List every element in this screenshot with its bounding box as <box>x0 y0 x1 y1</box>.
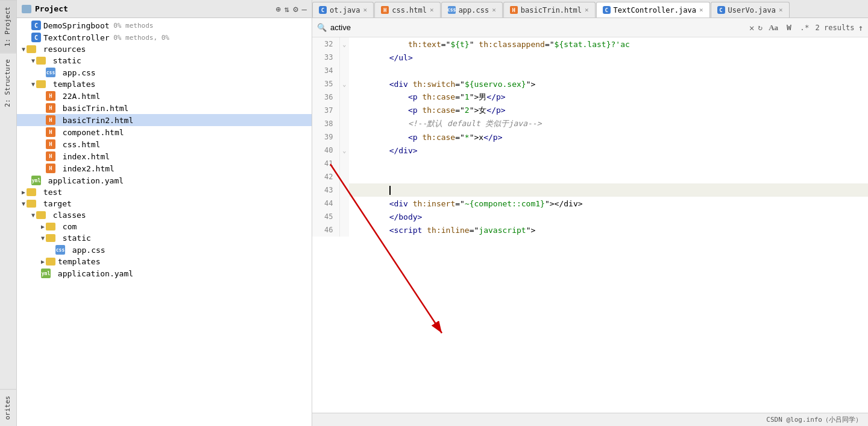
code-line-46: 46 <script th:inline="javascript"> <box>312 223 868 237</box>
tab-basictrin-html[interactable]: H basicTrin.html × <box>503 2 596 17</box>
tree-item-app-css-static[interactable]: css app.css <box>17 66 312 78</box>
tab-icon-basictrin: H <box>510 6 518 14</box>
tree-item-target-templates[interactable]: ▶ templates <box>17 256 312 267</box>
tree-item-demospringboot[interactable]: C DemoSpringboot 0% methods <box>17 19 312 31</box>
editor-panel: C ot.java × H css.html × css app.css × H… <box>312 0 868 426</box>
line-number: 41 <box>312 157 339 170</box>
tree-item-label: com <box>58 222 77 231</box>
tab-close-basictrin[interactable]: × <box>585 6 589 14</box>
project-title: Project <box>35 4 68 13</box>
tree-item-test[interactable]: ▶ test <box>17 186 312 198</box>
tree-item-target[interactable]: ▼ target <box>17 198 312 209</box>
tree-item-com[interactable]: ▶ com <box>17 221 312 232</box>
code-table: 32 ⌄ th:text="${t}" th:classappend="${st… <box>312 37 868 237</box>
line-number: 40 <box>312 144 339 157</box>
toolbar-icons: ⊕ ⇅ ⚙ – <box>275 4 307 14</box>
tree-item-22a-html[interactable]: H 22A.html <box>17 90 312 102</box>
toolbar-sort-icon[interactable]: ⇅ <box>285 4 289 14</box>
fold-indicator[interactable]: ⌄ <box>339 144 349 157</box>
tab-ot-java[interactable]: C ot.java × <box>312 2 374 17</box>
tree-item-label: componet.html <box>58 128 124 137</box>
line-number: 33 <box>312 51 339 64</box>
code-content: <p th:case="1">男</p> <box>349 91 868 104</box>
triangle-down-icon: ▼ <box>31 57 35 64</box>
toolbar-settings-icon[interactable]: ⚙ <box>293 4 298 14</box>
tab-close-ot-java[interactable]: × <box>363 6 368 14</box>
folder-icon <box>27 45 36 53</box>
code-content: <!--默认 default 类似于java--> <box>349 117 868 130</box>
tree-item-basictrin-html[interactable]: H basicTrin.html <box>17 102 312 114</box>
tab-close-uservo[interactable]: × <box>779 6 783 14</box>
fold-indicator <box>339 210 349 223</box>
code-line-37: 37 <p th:case="2">女</p> <box>312 104 868 117</box>
search-whole-word-button[interactable]: W <box>784 22 794 33</box>
triangle-down-icon: ▼ <box>22 46 25 52</box>
tree-item-basictrin2-html[interactable]: H basicTrin2.html <box>17 114 312 126</box>
triangle-right-icon: ▶ <box>41 223 45 230</box>
tree-item-label: target <box>39 199 72 208</box>
search-regex-button[interactable]: .* <box>797 22 812 33</box>
tab-label: TextController.java <box>614 6 696 14</box>
folder-icon <box>27 188 36 196</box>
tree-item-target-yaml[interactable]: yml application.yaml <box>17 267 312 279</box>
tree-item-resources[interactable]: ▼ resources <box>17 43 312 55</box>
tab-uservo-java[interactable]: C UserVo.java × <box>711 2 790 17</box>
toolbar-target-icon[interactable]: ⊕ <box>275 4 280 14</box>
tree-item-target-static[interactable]: ▼ static <box>17 232 312 244</box>
tree-item-label: index2.html <box>58 164 115 173</box>
sidebar-tab-project[interactable]: 1: Project <box>0 0 16 52</box>
sidebar-tab-structure[interactable]: 2: Structure <box>0 52 16 113</box>
tree-item-componet-html[interactable]: H componet.html <box>17 126 312 138</box>
search-match-case-button[interactable]: Aa <box>766 22 781 34</box>
tree-item-templates[interactable]: ▼ templates <box>17 78 312 90</box>
tree-item-textcontroller[interactable]: C TextController 0% methods, 0% <box>17 31 312 43</box>
fold-indicator <box>339 117 349 130</box>
tree-item-label: css.html <box>58 140 100 149</box>
tab-icon-css-html: H <box>381 6 389 14</box>
tree-item-label: index.html <box>58 152 110 161</box>
code-content <box>349 157 868 170</box>
fold-indicator <box>339 223 349 237</box>
project-toolbar: Project ⊕ ⇅ ⚙ – <box>17 0 312 18</box>
code-line-34: 34 <box>312 64 868 77</box>
tab-textcontroller-java[interactable]: C TextController.java × <box>596 2 710 17</box>
css-file-icon: css <box>55 245 65 255</box>
line-number: 34 <box>312 64 339 77</box>
sidebar-tab-favorites[interactable]: orites <box>0 389 16 426</box>
tree-item-css-html[interactable]: H css.html <box>17 138 312 150</box>
tree-item-label: static <box>48 56 81 65</box>
line-number: 38 <box>312 117 339 130</box>
search-bar: 🔍 ✕ ↻ Aa W .* 2 results ↑ <box>312 18 868 37</box>
search-clear-button[interactable]: ✕ <box>749 23 754 33</box>
tree-item-static[interactable]: ▼ static <box>17 55 312 66</box>
toolbar-minimize-icon[interactable]: – <box>302 4 307 14</box>
triangle-down-icon: ▼ <box>22 200 25 207</box>
tree-item-application-yaml[interactable]: yml application.yaml <box>17 174 312 186</box>
code-editor[interactable]: 32 ⌄ th:text="${t}" th:classappend="${st… <box>312 37 868 413</box>
tree-item-index-html[interactable]: H index.html <box>17 150 312 162</box>
tree-item-label: basicTrin.html <box>58 104 128 113</box>
tree-item-index2-html[interactable]: H index2.html <box>17 162 312 174</box>
search-input[interactable] <box>330 23 746 32</box>
tree-item-label: templates <box>58 257 100 266</box>
tab-close-app-css[interactable]: × <box>492 6 496 14</box>
tab-close-css-html[interactable]: × <box>430 6 434 14</box>
html-file-icon: H <box>46 115 55 125</box>
fold-indicator <box>339 91 349 104</box>
tree-item-classes[interactable]: ▼ classes <box>17 209 312 221</box>
fold-indicator[interactable]: ⌄ <box>339 37 349 51</box>
code-line-38: 38 <!--默认 default 类似于java--> <box>312 117 868 130</box>
search-navigate-up-button[interactable]: ↑ <box>858 23 863 33</box>
tab-app-css[interactable]: css app.css × <box>441 2 503 17</box>
fold-indicator[interactable]: ⌄ <box>339 77 349 91</box>
tab-icon-ot-java: C <box>319 6 327 14</box>
tree-item-target-app-css[interactable]: css app.css <box>17 244 312 256</box>
class-icon: C <box>31 21 41 30</box>
html-file-icon: H <box>46 139 55 149</box>
search-refresh-button[interactable]: ↻ <box>758 23 763 32</box>
tab-label: ot.java <box>330 6 360 14</box>
fold-indicator <box>339 64 349 77</box>
tab-css-html[interactable]: H css.html × <box>374 2 440 17</box>
tab-close-textcontroller[interactable]: × <box>699 6 703 14</box>
triangle-down-icon: ▼ <box>31 212 35 218</box>
